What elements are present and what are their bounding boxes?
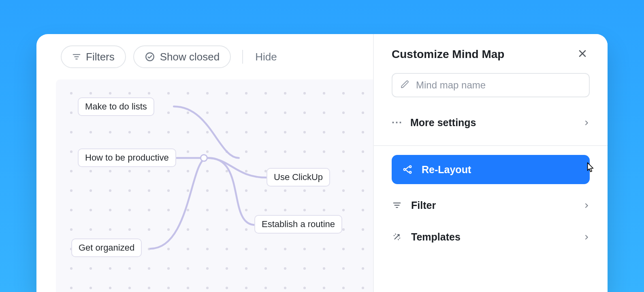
panel-divider bbox=[374, 145, 608, 146]
panel-title: Customize Mind Map bbox=[392, 48, 504, 61]
wand-icon bbox=[392, 232, 402, 241]
chevron-right-icon bbox=[583, 231, 590, 243]
canvas-toolbar: Filters Show closed Hide bbox=[36, 34, 373, 76]
node-get-organized[interactable]: Get organized bbox=[71, 238, 142, 257]
node-establish-a-routine[interactable]: Establish a routine bbox=[254, 215, 342, 234]
mindmap-name-field[interactable] bbox=[392, 73, 590, 97]
relayout-icon bbox=[402, 165, 413, 174]
node-use-clickup[interactable]: Use ClickUp bbox=[267, 168, 330, 187]
close-icon bbox=[578, 53, 587, 60]
filter-icon bbox=[72, 52, 81, 61]
pencil-icon bbox=[401, 80, 409, 90]
more-settings-row[interactable]: ··· More settings bbox=[374, 110, 608, 135]
filter-icon bbox=[392, 201, 402, 210]
pointer-cursor-icon bbox=[583, 161, 597, 178]
show-closed-button[interactable]: Show closed bbox=[133, 45, 231, 68]
canvas-pane: Filters Show closed Hide bbox=[36, 34, 374, 292]
app-window: Filters Show closed Hide bbox=[36, 34, 608, 292]
panel-header: Customize Mind Map bbox=[374, 34, 608, 62]
more-dots-icon: ··· bbox=[392, 117, 401, 129]
chevron-right-icon bbox=[583, 200, 590, 211]
mindmap-canvas[interactable]: Make to do lists How to be productive Us… bbox=[56, 79, 373, 292]
customize-panel: Customize Mind Map ··· More settings bbox=[374, 34, 608, 292]
check-circle-icon bbox=[145, 52, 155, 62]
filters-button[interactable]: Filters bbox=[61, 45, 126, 68]
node-how-to-be-productive[interactable]: How to be productive bbox=[78, 148, 176, 167]
node-make-to-do-lists[interactable]: Make to do lists bbox=[78, 97, 154, 116]
hide-button[interactable]: Hide bbox=[252, 51, 280, 63]
filter-label: Filter bbox=[411, 200, 436, 211]
templates-action[interactable]: Templates bbox=[374, 224, 608, 250]
relayout-label: Re-Layout bbox=[422, 164, 471, 176]
toolbar-divider bbox=[242, 50, 243, 64]
chevron-right-icon bbox=[583, 117, 590, 129]
filters-label: Filters bbox=[86, 51, 115, 63]
more-settings-label: More settings bbox=[410, 117, 476, 129]
relayout-action[interactable]: Re-Layout bbox=[392, 155, 590, 184]
filter-action[interactable]: Filter bbox=[374, 192, 608, 218]
mindmap-name-input[interactable] bbox=[416, 79, 581, 91]
show-closed-label: Show closed bbox=[160, 51, 220, 63]
close-button[interactable] bbox=[575, 46, 590, 62]
templates-label: Templates bbox=[411, 231, 461, 243]
svg-point-4 bbox=[200, 155, 207, 161]
